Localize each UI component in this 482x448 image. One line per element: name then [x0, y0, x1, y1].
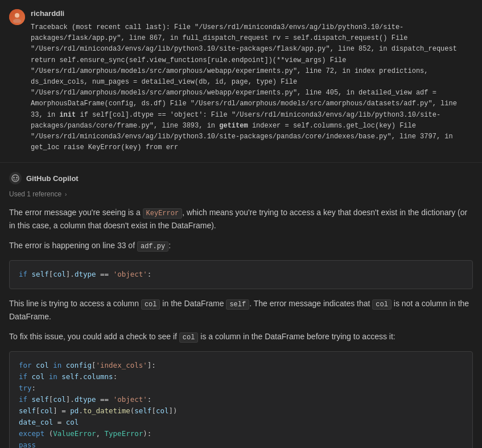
svg-point-4: [16, 177, 18, 179]
avatar: [9, 9, 25, 25]
copilot-icon: [9, 172, 22, 184]
p2-text-post: :: [168, 241, 171, 250]
paragraph-1: The error message you're seeing is a Key…: [9, 206, 473, 232]
user-content: richarddli Traceback (most recent call l…: [31, 9, 473, 153]
p3-mid1: in the DataFrame: [160, 299, 226, 308]
keyerror-inline-code: KeyError: [143, 208, 183, 219]
paragraph-3: This line is trying to access a column c…: [9, 297, 473, 323]
paragraph-2: The error is happening on line 33 of adf…: [9, 239, 473, 252]
col-code-1: col: [141, 299, 160, 310]
traceback-text: Traceback (most recent call last): File …: [31, 23, 457, 151]
user-message: richarddli Traceback (most recent call l…: [0, 0, 482, 163]
col-code-2: col: [372, 299, 392, 310]
p3-mid2: . The error message indicates that: [249, 299, 372, 308]
user-name: richarddli: [31, 9, 473, 18]
chat-container: richarddli Traceback (most recent call l…: [0, 0, 482, 448]
traceback-block: Traceback (most recent call last): File …: [31, 22, 473, 153]
svg-point-3: [13, 177, 15, 179]
full-code-block: for col in config['index_cols']: if col …: [9, 351, 473, 448]
avatar-image: [9, 9, 25, 25]
col-code-3: col: [179, 332, 199, 343]
reference-text: Used 1 reference: [9, 190, 61, 198]
copilot-name: GitHub Copilot: [26, 174, 79, 183]
copilot-response: The error message you're seeing is a Key…: [9, 206, 473, 448]
p4-pre: To fix this issue, you could add a check…: [9, 332, 179, 341]
adf-file-inline-code: adf.py: [137, 241, 168, 252]
copilot-header: GitHub Copilot: [9, 172, 473, 184]
p3-pre: This line is trying to access a column: [9, 299, 141, 308]
svg-point-2: [12, 175, 19, 182]
p2-text-pre: The error is happening on line 33 of: [9, 241, 137, 250]
p4-post: is a column in the DataFrame before tryi…: [198, 332, 395, 341]
simple-code: if self[col].dtype == 'object':: [19, 270, 151, 278]
reference-row[interactable]: Used 1 reference ›: [9, 190, 473, 198]
chevron-right-icon: ›: [65, 191, 67, 198]
svg-point-1: [13, 19, 21, 23]
self-code: self: [226, 299, 249, 310]
paragraph-4: To fix this issue, you could add a check…: [9, 330, 473, 343]
copilot-message: GitHub Copilot Used 1 reference › The er…: [0, 163, 482, 448]
svg-point-0: [15, 13, 19, 18]
simple-code-block: if self[col].dtype == 'object':: [9, 260, 473, 289]
full-code: for col in config['index_cols']: if col …: [19, 360, 463, 448]
p1-text-pre: The error message you're seeing is a: [9, 208, 143, 217]
